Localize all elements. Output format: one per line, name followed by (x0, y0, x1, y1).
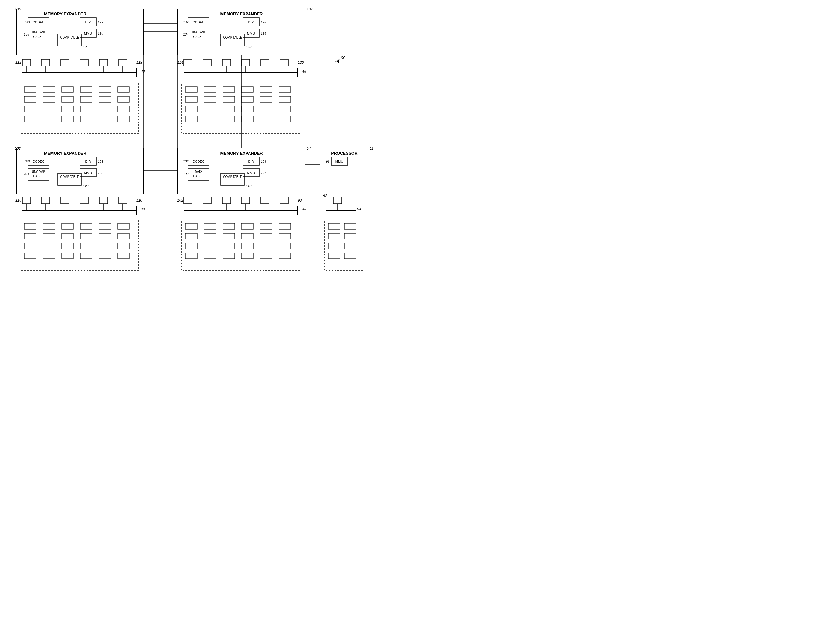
array-110-ref: 110 (16, 198, 21, 202)
svg-rect-193 (344, 253, 356, 259)
svg-rect-29 (80, 59, 88, 66)
svg-rect-140 (80, 253, 92, 259)
data-cache-100-ref: 100 (183, 172, 189, 175)
svg-rect-97 (279, 106, 290, 112)
svg-rect-27 (42, 59, 50, 66)
dir-127-ref: 127 (98, 20, 103, 24)
svg-rect-168 (260, 233, 272, 239)
svg-rect-101 (242, 116, 253, 122)
svg-rect-141 (99, 253, 111, 259)
svg-rect-176 (186, 253, 197, 259)
svg-rect-56 (80, 106, 92, 112)
svg-rect-139 (62, 253, 73, 259)
svg-rect-164 (186, 233, 197, 239)
svg-rect-188 (328, 233, 340, 239)
codec-108a-label: CODEC (33, 160, 44, 163)
bus-116-ref: 116 (136, 198, 142, 202)
svg-rect-62 (80, 116, 92, 122)
dir-103-ref: 103 (98, 160, 103, 163)
svg-rect-108 (99, 197, 108, 203)
svg-rect-118 (20, 220, 139, 270)
svg-rect-86 (186, 96, 197, 102)
svg-rect-129 (99, 233, 111, 239)
svg-rect-59 (24, 116, 36, 122)
svg-rect-172 (223, 243, 235, 249)
svg-rect-180 (260, 253, 272, 259)
svg-rect-182 (333, 197, 342, 203)
mmu-101-ref: 101 (261, 171, 266, 175)
svg-rect-93 (204, 106, 216, 112)
svg-rect-55 (62, 106, 73, 112)
svg-rect-122 (80, 224, 92, 229)
me-105-label: MEMORY EXPANDER (44, 12, 86, 16)
svg-rect-68 (242, 59, 250, 66)
svg-rect-166 (223, 233, 235, 239)
svg-rect-144 (203, 197, 211, 203)
svg-rect-181 (279, 253, 290, 259)
svg-rect-51 (99, 96, 111, 102)
svg-rect-103 (279, 116, 290, 122)
array-92-ref: 92 (323, 194, 327, 198)
uncomp-cache-136-label2: CACHE (33, 35, 44, 39)
uncomp-cache-134-label: UNCOMP (192, 31, 205, 34)
svg-rect-127 (62, 233, 73, 239)
svg-rect-53 (24, 106, 36, 112)
svg-rect-170 (186, 243, 197, 249)
svg-rect-94 (223, 106, 235, 112)
svg-rect-159 (204, 224, 216, 229)
svg-rect-80 (186, 86, 197, 92)
svg-rect-102 (260, 116, 272, 122)
dir-128-label: DIR (248, 20, 254, 24)
svg-rect-106 (61, 197, 69, 203)
svg-rect-137 (24, 253, 36, 259)
processor-ref: 12 (370, 146, 373, 150)
svg-rect-69 (261, 59, 269, 66)
svg-rect-43 (62, 86, 73, 92)
svg-rect-57 (99, 106, 111, 112)
svg-rect-84 (260, 86, 272, 92)
svg-rect-169 (279, 233, 290, 239)
array-114-ref: 114 (177, 61, 183, 65)
svg-rect-124 (118, 224, 130, 229)
mmu-96-ref: 96 (326, 160, 330, 163)
uncomp-cache-134-label2: CACHE (193, 35, 203, 39)
comp-table-125-label: COMP TABLE (60, 36, 79, 39)
data-cache-100-label2: CACHE (193, 175, 203, 178)
svg-rect-179 (242, 253, 253, 259)
svg-rect-107 (80, 197, 88, 203)
svg-rect-163 (279, 224, 290, 229)
svg-rect-187 (344, 224, 356, 229)
svg-rect-81 (204, 86, 216, 92)
svg-rect-28 (61, 59, 69, 66)
svg-rect-67 (222, 59, 231, 66)
svg-rect-99 (204, 116, 216, 122)
svg-rect-119 (24, 224, 36, 229)
svg-rect-162 (260, 224, 272, 229)
dir-104-ref: 104 (261, 160, 266, 163)
svg-rect-105 (42, 197, 50, 203)
me-102-label: MEMORY EXPANDER (44, 151, 86, 156)
codec-132-ref: 132 (183, 20, 189, 24)
svg-rect-65 (184, 59, 192, 66)
svg-rect-191 (344, 243, 356, 249)
svg-rect-52 (118, 96, 130, 102)
me-107-ref: 107 (307, 7, 313, 11)
codec-108b-ref: 108 (183, 160, 189, 163)
me-102-ref: 102 (15, 146, 21, 150)
svg-rect-50 (80, 96, 92, 102)
svg-rect-104 (22, 197, 31, 203)
array-102-ref: 102 (177, 198, 183, 202)
svg-rect-192 (328, 253, 340, 259)
svg-rect-61 (62, 116, 73, 122)
bus-118-ref: 118 (136, 61, 142, 65)
dir-103-label: DIR (85, 160, 91, 163)
svg-rect-48 (43, 96, 55, 102)
comp-table-123b-ref: 123 (246, 185, 251, 188)
svg-rect-45 (99, 86, 111, 92)
svg-rect-157 (181, 220, 300, 270)
svg-rect-70 (280, 59, 288, 66)
bus-48b-label: 48 (302, 69, 306, 74)
svg-rect-82 (223, 86, 235, 92)
mmu-101-label: MMU (247, 171, 255, 175)
svg-rect-177 (204, 253, 216, 259)
